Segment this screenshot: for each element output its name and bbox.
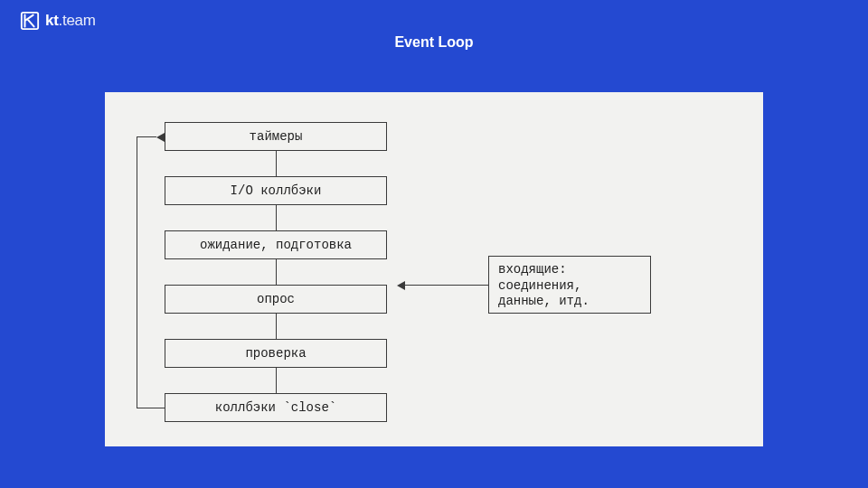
loop-connector xyxy=(137,136,137,408)
stage-label: I/O коллбэки xyxy=(231,183,322,198)
incoming-arrow-icon xyxy=(397,281,405,290)
incoming-connector xyxy=(405,285,488,286)
stage-label: таймеры xyxy=(250,129,303,144)
stage-io-callbacks: I/O коллбэки xyxy=(165,176,387,205)
stage-timers: таймеры xyxy=(165,122,387,151)
diagram-panel: таймеры I/O коллбэки ожидание, подготовк… xyxy=(105,92,763,446)
stage-poll: опрос xyxy=(165,285,387,314)
kt-logo-icon xyxy=(20,11,40,31)
stage-idle-prepare: ожидание, подготовка xyxy=(165,230,387,259)
loop-connector xyxy=(137,408,165,408)
connector xyxy=(276,205,277,230)
incoming-line: соединения, xyxy=(498,278,641,295)
stage-label: проверка xyxy=(245,346,306,361)
connector xyxy=(276,314,277,339)
stage-label: коллбэки `close` xyxy=(215,400,336,415)
brand-logo: kt.team xyxy=(20,11,96,31)
brand-bold: kt xyxy=(45,12,59,29)
stage-check: проверка xyxy=(165,339,387,368)
connector xyxy=(276,259,277,285)
connector xyxy=(276,368,277,393)
loop-arrow-icon xyxy=(156,133,165,142)
brand-light: .team xyxy=(59,12,96,29)
stage-label: опрос xyxy=(257,292,295,306)
incoming-line: входящие: xyxy=(498,262,641,278)
loop-connector xyxy=(137,136,156,137)
incoming-line: данные, итд. xyxy=(498,294,641,310)
incoming-box: входящие: соединения, данные, итд. xyxy=(488,256,651,314)
connector xyxy=(276,151,277,176)
brand-text: kt.team xyxy=(45,12,96,30)
stage-close-callbacks: коллбэки `close` xyxy=(165,393,387,422)
stage-label: ожидание, подготовка xyxy=(200,238,352,252)
slide-title: Event Loop xyxy=(0,34,868,51)
